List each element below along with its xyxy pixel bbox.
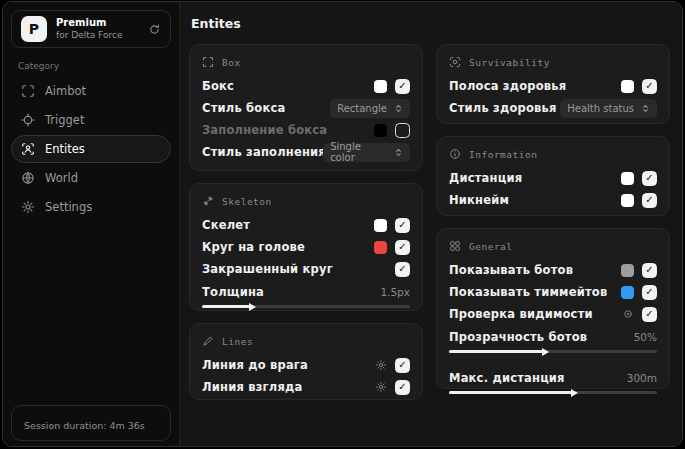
checkbox[interactable]: ✓ [395, 79, 410, 94]
check-icon: ✓ [398, 264, 406, 274]
setting-row: Бокс ✓ [202, 75, 410, 97]
box-style-dropdown[interactable]: Rectangle [330, 99, 410, 118]
info-icon [449, 148, 461, 160]
dropdown-value: Rectangle [337, 103, 387, 114]
setting-label: Полоса здоровья [449, 79, 566, 93]
checkbox[interactable]: ✓ [642, 193, 657, 208]
chevron-up-down-icon [394, 104, 403, 113]
check-icon: ✓ [398, 242, 406, 252]
page-title: Entites [191, 16, 670, 31]
color-swatch[interactable] [621, 80, 634, 93]
checkbox[interactable]: ✓ [642, 285, 657, 300]
sidebar-brand-card: P Premium for Delta Force [11, 10, 171, 48]
category-label: Category [18, 61, 171, 71]
sidebar-item-aimbot[interactable]: Aimbot [11, 77, 171, 105]
pencil-line-icon [202, 335, 214, 347]
main-panel: Entites Box Бокс [180, 2, 683, 446]
setting-row: Стиль бокса Rectangle [202, 97, 410, 119]
visibility-check-icon[interactable] [622, 308, 634, 320]
card-title: Survivability [469, 57, 550, 68]
setting-row: Стиль заполнения Single color [202, 141, 410, 163]
dropdown-value: Health status [567, 103, 634, 114]
checkbox[interactable]: ✓ [395, 218, 410, 233]
slider-thumb[interactable] [542, 348, 549, 356]
sidebar: P Premium for Delta Force Category Aimbo… [3, 2, 180, 446]
chevron-up-down-icon [641, 104, 650, 113]
card-information: Information Дистанция ✓ Никнейм ✓ [436, 136, 670, 216]
thickness-slider-setting: Толщина 1.5px [202, 282, 410, 308]
color-swatch[interactable] [374, 124, 387, 137]
card-title: Skeleton [222, 196, 272, 207]
sidebar-item-world[interactable]: World [11, 164, 171, 192]
setting-label: Показывать тиммейтов [449, 285, 607, 299]
setting-label: Проверка видимости [449, 307, 593, 321]
app-window: P Premium for Delta Force Category Aimbo… [2, 1, 683, 447]
setting-row: Заполнение бокса ✓ [202, 119, 410, 141]
slider[interactable] [449, 350, 657, 353]
setting-row: Скелет ✓ [202, 214, 410, 236]
slider[interactable] [449, 391, 657, 394]
setting-label: Круг на голове [202, 240, 305, 254]
slider-thumb[interactable] [571, 389, 578, 397]
card-skeleton: Skeleton Скелет ✓ Круг на голове ✓ [189, 183, 423, 311]
sidebar-item-trigget[interactable]: Trigget [11, 106, 171, 134]
grid-icon [449, 240, 461, 252]
setting-row: Закрашенный круг ✓ [202, 258, 410, 280]
brand-title: Premium [56, 17, 122, 30]
setting-label: Толщина [202, 285, 264, 299]
check-icon: ✓ [398, 81, 406, 91]
fill-style-dropdown[interactable]: Single color [323, 143, 410, 162]
slider[interactable] [202, 305, 410, 308]
setting-row: Полоса здоровья ✓ [449, 75, 657, 97]
checkbox[interactable]: ✓ [395, 240, 410, 255]
checkbox[interactable]: ✓ [642, 171, 657, 186]
setting-label: Скелет [202, 218, 250, 232]
line-settings-gear-icon[interactable] [375, 359, 387, 371]
color-swatch[interactable] [374, 241, 387, 254]
setting-label: Закрашенный круг [202, 262, 333, 276]
checkbox[interactable]: ✓ [395, 380, 410, 395]
sidebar-item-label: World [45, 171, 78, 185]
color-swatch[interactable] [374, 80, 387, 93]
check-icon: ✓ [645, 309, 653, 319]
dropdown-value: Single color [330, 141, 387, 163]
check-icon: ✓ [645, 287, 653, 297]
checkbox[interactable]: ✓ [642, 79, 657, 94]
line-settings-gear-icon[interactable] [375, 381, 387, 393]
checkbox[interactable]: ✓ [642, 263, 657, 278]
setting-row: Линия взгляда ✓ [202, 376, 410, 398]
card-lines: Lines Линия до врага ✓ [189, 323, 423, 400]
max-distance-slider-setting: Макс. дистанция 300m [449, 368, 657, 394]
setting-row: Круг на голове ✓ [202, 236, 410, 258]
color-swatch[interactable] [621, 194, 634, 207]
health-style-dropdown[interactable]: Health status [560, 99, 657, 118]
checkbox[interactable]: ✓ [395, 358, 410, 373]
setting-label: Стиль заполнения [202, 145, 323, 159]
app-logo: P [21, 16, 47, 42]
scan-person-icon [21, 142, 35, 156]
color-swatch[interactable] [374, 219, 387, 232]
card-title: Lines [222, 336, 253, 347]
color-swatch[interactable] [621, 286, 634, 299]
setting-row: Показывать тиммейтов ✓ [449, 281, 657, 303]
sidebar-item-settings[interactable]: Settings [11, 193, 171, 221]
slider-thumb[interactable] [249, 303, 256, 311]
session-duration-text: Session duration: 4m 36s [24, 420, 145, 431]
color-swatch[interactable] [621, 264, 634, 277]
color-swatch[interactable] [621, 172, 634, 185]
check-icon: ✓ [645, 195, 653, 205]
setting-label: Показывать ботов [449, 263, 573, 277]
checkbox[interactable]: ✓ [642, 307, 657, 322]
crosshair-icon [21, 113, 35, 127]
chevron-up-down-icon [394, 148, 403, 157]
sync-icon[interactable] [148, 23, 161, 36]
check-icon: ✓ [398, 360, 406, 370]
sidebar-item-label: Settings [45, 200, 92, 214]
checkbox[interactable]: ✓ [395, 123, 410, 138]
sidebar-item-entites[interactable]: Entites [11, 135, 171, 163]
check-icon: ✓ [645, 265, 653, 275]
checkbox[interactable]: ✓ [395, 262, 410, 277]
setting-label: Прозрачность ботов [449, 330, 587, 344]
gear-icon [21, 200, 35, 214]
setting-row: Проверка видимости ✓ [449, 303, 657, 325]
